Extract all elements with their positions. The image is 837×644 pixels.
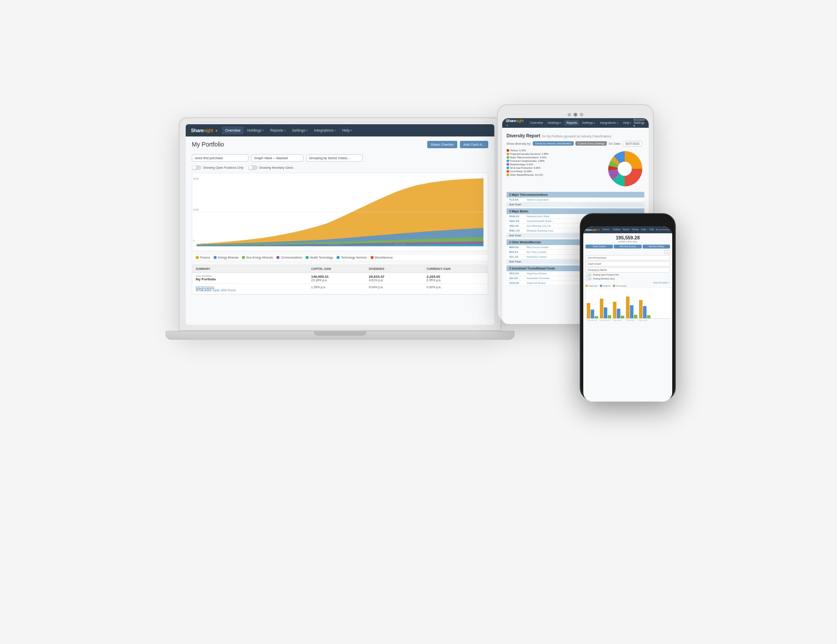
phone-share-checker-btn[interactable]: Share Checker (585, 245, 613, 249)
pie-label-food: Food Retail: 32.88% (507, 170, 602, 173)
open-positions-toggle[interactable]: Showing Open Positions Only (192, 165, 244, 170)
custom-group-btn[interactable]: Custom Group Settings (575, 141, 607, 146)
laptop-toolbar: Share Checker Add Cash A... (427, 141, 488, 148)
phone-nav-reports[interactable]: Reports (622, 228, 630, 231)
phone-nav-integr[interactable]: Integr... (640, 228, 648, 231)
add-cash-btn[interactable]: Add Cash A... (460, 141, 488, 148)
svg-text:18 Nov 17: 18 Nov 17 (264, 242, 276, 245)
bar-currency-2 (608, 315, 611, 318)
share-checker-btn[interactable]: Share Checker (427, 141, 457, 148)
tablet-nav-holdings[interactable]: Holdings ▾ (545, 120, 564, 126)
diversity-date[interactable]: 30/07/2020 (623, 141, 642, 147)
phone-body: Sharesight ✦ Overvie... Holdings Reports… (580, 213, 676, 401)
laptop-logo: Sharesight ✦ (191, 128, 218, 133)
tablet-nav: Sharesight ✦ Overview Holdings ▾ Reports… (502, 118, 649, 128)
nav-item-holdings[interactable]: Holdings ▾ (244, 126, 267, 134)
graph-value-select[interactable]: Graph Value – Stacked (251, 154, 303, 162)
summary-table-header: SUMMARY CAPITAL GAIN DIVIDENDS CURRENCY … (192, 265, 488, 273)
phone-grouping-select[interactable]: Grouping by Market (585, 267, 670, 273)
holdings-row-tls: TLS.AX Telstra Corporation (507, 198, 644, 202)
svg-text:30 Apr 19: 30 Apr 19 (395, 242, 406, 245)
diversity-controls: Show diversity by: Group by Industry cla… (507, 141, 644, 147)
phone-monetary-gains-toggle[interactable]: Showing Monetary Gains (585, 277, 670, 280)
bar-dividends-1 (591, 310, 594, 318)
group-by-btn[interactable]: Group by Industry classification (533, 141, 573, 146)
chart-svg: 27 Feb 17 18 Nov 17 09 Aug 18 30 Apr 19 (197, 177, 483, 246)
tablet-dots (502, 110, 649, 118)
phone-toolbar: Share Checker Add Cash Account Add New H… (585, 245, 670, 249)
bar-group-5 (639, 300, 650, 318)
phone-nav-help[interactable]: Help (649, 228, 654, 231)
phone-date-select[interactable]: since first purchase (585, 255, 670, 260)
pie-labels: Airlines: 5.02% Property/Casualty Insura… (507, 149, 602, 188)
phone-nav-overview[interactable]: Overvie... (601, 228, 611, 231)
tablet-nav-overview[interactable]: Overview (528, 120, 545, 126)
laptop-screen: Sharesight ✦ Overview Holdings ▾ Reports… (186, 124, 494, 325)
bar-capital-4 (626, 296, 629, 318)
nav-item-integrations[interactable]: Integrations ▾ (311, 126, 338, 134)
bar-capital-1 (587, 303, 590, 318)
phone-logo: Sharesight ✦ (585, 228, 599, 231)
bar-group-4 (626, 296, 637, 318)
bar-group-2 (600, 299, 611, 318)
bar-currency-3 (621, 316, 624, 318)
monetary-gains-switch[interactable] (248, 165, 258, 170)
phone-chart-legend: Capital gain Dividends Currency gain (585, 285, 670, 287)
phone-nav-holdings[interactable]: Holdings (612, 228, 622, 231)
nav-item-settings[interactable]: Settings ▾ (289, 126, 311, 134)
legend-misc: Miscellaneous (371, 256, 393, 259)
tablet-nav-help[interactable]: Help ▾ (621, 120, 633, 126)
phone-nav-settings[interactable]: Settings (631, 228, 640, 231)
tablet-nav-reports[interactable]: Reports (564, 120, 579, 126)
tablet-account-settings[interactable]: Account Settings ▾ (633, 118, 645, 128)
tablet-nav-integrations[interactable]: Integrations ▾ (598, 120, 620, 126)
bar-dividends-2 (604, 307, 607, 318)
phone-content: 195,559.28 portfolio market value Share … (583, 233, 672, 402)
pie-label-telecom: Major Telecommunications: 4.64% (507, 156, 602, 159)
phone-open-positions-toggle[interactable]: Showing Open Positions Only (585, 273, 670, 276)
phone-legend-currency: Currency gain (613, 285, 627, 287)
grouping-select[interactable]: Grouping by Sector Classi... (306, 154, 363, 162)
legend-energy: Energy Minerals (214, 256, 238, 259)
summary-benchmark-row: Edit Benchmark STW.ASX Spdr 200 Fund 1.5… (192, 284, 488, 294)
svg-text:27 Feb 17: 27 Feb 17 (201, 242, 213, 245)
tablet-nav-items: Overview Holdings ▾ Reports Settings ▾ I… (528, 120, 633, 126)
svg-text:09 Aug 18: 09 Aug 18 (329, 242, 341, 245)
bar-group-3 (613, 302, 624, 318)
bar-capital-2 (600, 299, 603, 318)
legend-comms: Communications (276, 256, 302, 259)
nav-item-reports[interactable]: Reports ▾ (267, 126, 289, 134)
scene: Sharesight ✦ Overview Holdings ▾ Reports… (157, 82, 680, 562)
phone-graph-select[interactable]: Graph Growth (585, 261, 670, 266)
phone-legend-dividends: Dividends (600, 285, 611, 287)
phone-add-holding-btn[interactable]: Add New Holding (643, 245, 670, 249)
laptop-page-title: My Portfolio (192, 141, 224, 148)
laptop-nav: Sharesight ✦ Overview Holdings ▾ Reports… (186, 124, 494, 136)
tablet-dot-2 (574, 113, 577, 116)
phone-add-cash-btn[interactable]: Add Cash Account (614, 245, 641, 249)
tablet-dot-1 (568, 113, 571, 116)
phone-account-settings[interactable]: Account Settings ▾ (656, 228, 670, 231)
open-positions-switch[interactable] (192, 165, 201, 170)
phone-screen: Sharesight ✦ Overvie... Holdings Reports… (583, 226, 672, 402)
pie-label-airlines: Airlines: 5.02% (507, 149, 602, 152)
nav-item-overview[interactable]: Overview (222, 126, 243, 134)
phone-about-graph[interactable]: about this graph ⓘ (585, 282, 670, 284)
chart-legend: Finance Energy Minerals Non-Energy Miner… (192, 254, 488, 261)
monetary-gains-toggle[interactable]: Showing Monetary Gains (248, 165, 293, 170)
pie-label-financial: Financial Conglomerates: 3.89% (507, 160, 602, 162)
bar-dividends-5 (643, 306, 646, 318)
phone-open-positions-switch[interactable] (585, 273, 592, 276)
tablet-nav-settings[interactable]: Settings ▾ (580, 120, 597, 126)
phone-monetary-gains-switch[interactable] (585, 277, 592, 280)
bar-dividends-4 (630, 305, 633, 318)
pie-label-metals: Other Metals/Minerals: 33.11% (507, 174, 602, 176)
laptop-toggles: Showing Open Positions Only Showing Mone… (192, 165, 488, 170)
laptop-body: Sharesight ✦ Overview Holdings ▾ Reports… (179, 117, 501, 331)
phone-filter-btn[interactable]: ≡ (664, 250, 670, 254)
date-range-select[interactable]: since first purchase (192, 154, 248, 162)
pie-chart (605, 149, 644, 188)
pie-label-insurance: Property/Casualty Insurance: 4.38% (507, 153, 602, 155)
nav-item-help[interactable]: Help ▾ (339, 126, 355, 134)
legend-finance: Finance (196, 256, 210, 259)
